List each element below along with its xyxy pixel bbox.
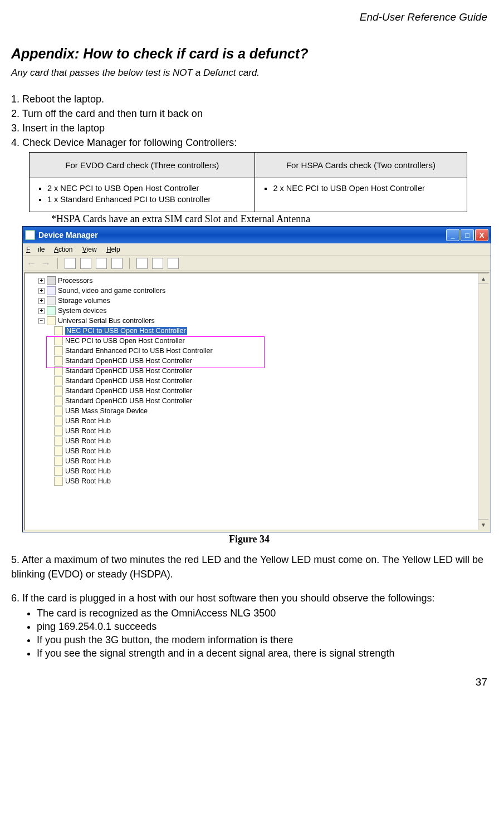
toolbar-icon[interactable]	[65, 258, 76, 269]
tree-item[interactable]: Standard OpenHCD USB Host Controller	[28, 376, 488, 386]
tree-item[interactable]: NEC PCI to USB Open Host Controller	[28, 326, 488, 336]
menubar: File Action View Help	[23, 243, 491, 256]
uninstall-icon[interactable]	[152, 258, 163, 269]
tree-body: +Processors +Sound, video and game contr…	[24, 272, 490, 531]
update-icon[interactable]	[168, 258, 179, 269]
tree-item[interactable]: USB Root Hub	[28, 466, 488, 476]
usb-icon	[54, 427, 63, 435]
usb-icon	[47, 316, 56, 325]
back-icon[interactable]: ←	[26, 258, 36, 268]
usb-icon	[54, 386, 63, 395]
observation-item: If you see the signal strength and in a …	[37, 648, 487, 659]
observation-item: ping 169.254.0.1 succeeds	[37, 621, 487, 633]
system-icon	[47, 306, 56, 315]
window-title: Device Manager	[38, 231, 445, 239]
appendix-title: Appendix: How to check if card is a defu…	[11, 46, 487, 62]
menu-action[interactable]: Action	[54, 246, 72, 253]
scroll-up-icon[interactable]: ▲	[478, 273, 488, 284]
tree-node-usb[interactable]: −Universal Serial Bus controllers	[28, 316, 488, 326]
menu-view[interactable]: View	[82, 246, 97, 253]
cpu-icon	[47, 276, 56, 285]
tree-node-processors[interactable]: +Processors	[28, 276, 488, 286]
properties-icon[interactable]	[80, 258, 91, 269]
usb-icon	[54, 397, 63, 405]
step-5: 5. After a maximum of two minutes the re…	[11, 553, 487, 581]
app-icon	[25, 230, 35, 240]
steps-list: 1. Reboot the laptop. 2. Turn off the ca…	[11, 92, 487, 150]
figure-caption: Figure 34	[11, 534, 487, 545]
hspa-item-1: 2 x NEC PCI to USB Open Host Controller	[273, 184, 461, 193]
tree-item[interactable]: USB Root Hub	[28, 476, 488, 486]
step-1: 1. Reboot the laptop.	[11, 92, 487, 106]
scroll-down-icon[interactable]: ▼	[478, 519, 488, 530]
tree-item[interactable]: Standard Enhanced PCI to USB Host Contro…	[28, 346, 488, 356]
menu-help[interactable]: Help	[106, 246, 120, 253]
toolbar: ← →	[23, 256, 491, 271]
usb-icon	[54, 467, 63, 476]
titlebar[interactable]: Device Manager _ □ X	[23, 227, 491, 243]
menu-file[interactable]: File	[26, 246, 45, 253]
step-4: 4. Check Device Manager for following Co…	[11, 135, 487, 150]
usb-icon	[54, 356, 63, 365]
observations-list: The card is recognized as the OmniAccess…	[27, 608, 487, 659]
usb-icon	[54, 417, 63, 425]
controllers-table: For EVDO Card check (Three controllers) …	[29, 152, 467, 212]
help-icon[interactable]	[111, 258, 123, 269]
hspa-header: For HSPA Cards check (Two controllers)	[255, 153, 467, 178]
tree-item[interactable]: USB Root Hub	[28, 426, 488, 436]
tree-item[interactable]: Standard OpenHCD USB Host Controller	[28, 366, 488, 376]
page-number: 37	[11, 676, 487, 688]
evdo-header: For EVDO Card check (Three controllers)	[30, 153, 255, 178]
tree-node-sound[interactable]: +Sound, video and game controllers	[28, 286, 488, 296]
close-button[interactable]: X	[475, 229, 488, 241]
scan-icon[interactable]	[136, 258, 148, 269]
observation-item: The card is recognized as the OmniAccess…	[37, 608, 487, 619]
usb-icon	[54, 346, 63, 355]
usb-icon	[54, 376, 63, 385]
evdo-item-1: 2 x NEC PCI to USB Open Host Controller	[47, 184, 249, 193]
print-icon[interactable]	[96, 258, 107, 269]
tree-node-storage[interactable]: +Storage volumes	[28, 296, 488, 306]
step-6: 6. If the card is plugged in a host with…	[11, 591, 487, 605]
tree-node-system[interactable]: +System devices	[28, 306, 488, 316]
usb-icon	[54, 366, 63, 375]
observation-item: If you push the 3G button, the modem inf…	[37, 634, 487, 646]
separator-icon	[57, 258, 58, 269]
hspa-footnote: *HSPA Cards have an extra SIM card Slot …	[51, 213, 487, 225]
minimize-button[interactable]: _	[446, 229, 459, 241]
sound-icon	[47, 286, 56, 295]
page-header: End-User Reference Guide	[11, 11, 487, 23]
device-manager-window: Device Manager _ □ X File Action View He…	[22, 226, 491, 532]
tree-item[interactable]: USB Root Hub	[28, 456, 488, 466]
tree-item[interactable]: Standard OpenHCD USB Host Controller	[28, 386, 488, 396]
usb-icon	[54, 336, 63, 345]
tree-item[interactable]: Standard OpenHCD USB Host Controller	[28, 356, 488, 366]
tree-item[interactable]: NEC PCI to USB Open Host Controller	[28, 336, 488, 346]
step-3: 3. Insert in the laptop	[11, 121, 487, 135]
usb-icon	[54, 326, 63, 335]
tree-item[interactable]: Standard OpenHCD USB Host Controller	[28, 396, 488, 406]
usb-icon	[54, 437, 63, 446]
tree-item[interactable]: USB Root Hub	[28, 416, 488, 426]
tree-item[interactable]: USB Root Hub	[28, 446, 488, 456]
usb-icon	[54, 477, 63, 486]
maximize-button[interactable]: □	[461, 229, 474, 241]
tree-item[interactable]: USB Root Hub	[28, 436, 488, 446]
forward-icon[interactable]: →	[41, 258, 51, 268]
usb-icon	[54, 407, 63, 415]
appendix-intro: Any card that passes the below test is N…	[11, 67, 487, 79]
usb-icon	[54, 447, 63, 456]
step-2: 2. Turn off the card and then turn it ba…	[11, 106, 487, 121]
storage-icon	[47, 296, 56, 305]
tree-item[interactable]: USB Mass Storage Device	[28, 406, 488, 416]
usb-icon	[54, 457, 63, 466]
evdo-item-2: 1 x Standard Enhanced PCI to USB control…	[47, 195, 249, 204]
separator-icon	[129, 258, 130, 269]
scrollbar[interactable]: ▲ ▼	[478, 273, 488, 530]
